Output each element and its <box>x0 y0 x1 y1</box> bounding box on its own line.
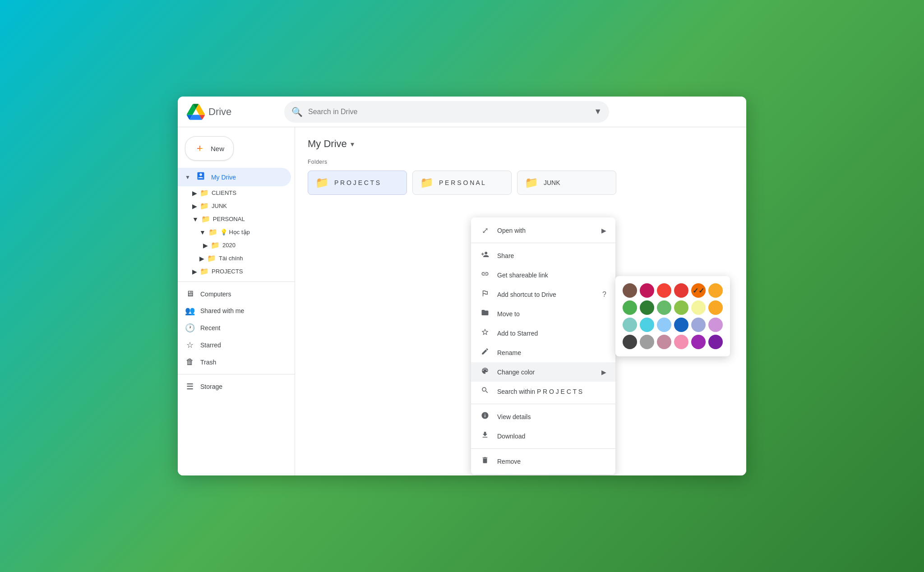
new-button-label: New <box>211 145 224 152</box>
change-color-label: Change color <box>497 369 594 376</box>
sidebar-item-trash[interactable]: 🗑 Trash <box>178 354 291 370</box>
star-icon <box>480 328 490 338</box>
color-swatch-blueberry[interactable] <box>674 318 688 332</box>
shared-icon: 👥 <box>185 306 195 316</box>
junk-chevron: ▶ <box>192 203 197 210</box>
menu-item-shareable-link[interactable]: Get shareable link <box>471 265 615 285</box>
shared-label: Shared with me <box>200 307 286 314</box>
hoc-tap-folder-icon: 📁 <box>208 228 217 236</box>
color-swatch-pineapple[interactable] <box>708 300 723 315</box>
color-swatch-sage[interactable] <box>623 300 637 315</box>
search-within-label: Search within P R O J E C T S <box>497 388 606 395</box>
projects-card-name: P R O J E C T S <box>334 179 380 186</box>
rename-label: Rename <box>497 349 606 356</box>
context-menu: ⤢ Open with ▶ Share Get s <box>471 217 615 475</box>
menu-item-remove[interactable]: Remove <box>471 452 615 471</box>
color-swatch-tomato[interactable] <box>657 283 671 298</box>
menu-item-share[interactable]: Share <box>471 246 615 265</box>
projects-label: PROJECTS <box>212 268 243 275</box>
folder-card-projects[interactable]: 📁 P R O J E C T S <box>308 171 407 195</box>
link-icon <box>480 270 490 280</box>
personal-label: PERSONAL <box>213 216 245 222</box>
projects-chevron: ▶ <box>192 268 197 275</box>
menu-item-add-shortcut[interactable]: Add shortcut to Drive ? <box>471 285 615 304</box>
tai-chinh-folder-icon: 📁 <box>207 254 216 263</box>
sidebar-item-my-drive[interactable]: ▼ My Drive <box>178 168 291 186</box>
info-icon <box>480 411 490 422</box>
color-swatch-cocoa[interactable] <box>623 283 637 298</box>
color-swatch-peacock[interactable] <box>657 300 671 315</box>
color-swatch-cherry-blossom[interactable] <box>674 335 688 349</box>
menu-item-open-with[interactable]: ⤢ Open with ▶ <box>471 221 615 240</box>
my-drive-dropdown[interactable]: ▾ <box>351 140 354 148</box>
my-drive-title: My Drive <box>308 138 347 150</box>
trash-label: Trash <box>200 359 286 366</box>
menu-item-search-within[interactable]: Search within P R O J E C T S <box>471 382 615 401</box>
color-swatch-rose[interactable] <box>640 283 654 298</box>
menu-item-view-details[interactable]: View details <box>471 407 615 426</box>
menu-item-add-starred[interactable]: Add to Starred <box>471 323 615 343</box>
app-window: Drive 🔍 ▼ New ▼ My Drive <box>178 97 746 475</box>
junk-card-icon: 📁 <box>525 176 538 189</box>
color-swatch-amethyst[interactable] <box>708 335 723 349</box>
shortcut-help-icon: ? <box>602 291 606 299</box>
personal-card-name: P E R S O N A L <box>439 179 485 186</box>
tree-item-clients[interactable]: ▶ 📁 CLIENTS <box>178 186 291 199</box>
color-swatch-flamingo[interactable] <box>674 283 688 298</box>
color-swatch-lavender[interactable] <box>691 318 706 332</box>
menu-item-download[interactable]: Download <box>471 426 615 446</box>
open-with-icon: ⤢ <box>480 226 490 235</box>
color-swatch-basil[interactable] <box>640 300 654 315</box>
color-swatch-grape[interactable] <box>691 335 706 349</box>
color-swatch-denim[interactable] <box>657 318 671 332</box>
tree-item-tai-chinh[interactable]: ▶ 📁 Tài chính <box>178 252 291 265</box>
color-swatch-birch[interactable] <box>640 335 654 349</box>
color-swatch-citron[interactable] <box>691 300 706 315</box>
search-icon: 🔍 <box>291 106 303 117</box>
tree-item-projects[interactable]: ▶ 📁 PROJECTS <box>178 265 291 278</box>
menu-item-change-color[interactable]: Change color ▶ <box>471 362 615 382</box>
color-swatch-eucalyptus[interactable] <box>674 300 688 315</box>
projects-card-icon: 📁 <box>315 176 329 189</box>
color-picker: ✓ <box>615 276 730 356</box>
junk-label: JUNK <box>212 203 227 209</box>
my-drive-chevron: ▼ <box>185 174 190 180</box>
move-icon <box>480 309 490 319</box>
search-dropdown-icon[interactable]: ▼ <box>594 107 602 116</box>
sidebar-item-starred[interactable]: ☆ Starred <box>178 337 291 354</box>
starred-icon: ☆ <box>185 340 195 350</box>
tree-item-personal[interactable]: ▼ 📁 PERSONAL <box>178 212 291 226</box>
open-with-label: Open with <box>497 227 594 234</box>
projects-folder-icon: 📁 <box>200 267 209 276</box>
personal-card-icon: 📁 <box>420 176 434 189</box>
color-swatch-seafoam[interactable] <box>623 318 637 332</box>
new-button[interactable]: New <box>185 136 234 161</box>
folders-grid: 📁 P R O J E C T S 📁 P E R S O N A L 📁 JU… <box>308 171 734 195</box>
tree-item-2020[interactable]: ▶ 📁 2020 <box>178 239 291 252</box>
menu-item-rename[interactable]: Rename <box>471 343 615 362</box>
search-bar[interactable]: 🔍 ▼ <box>284 101 609 123</box>
clients-chevron: ▶ <box>192 189 197 197</box>
color-swatch-radicchio[interactable] <box>657 335 671 349</box>
sidebar-item-shared[interactable]: 👥 Shared with me <box>178 302 291 319</box>
sidebar-item-computers[interactable]: 🖥 Computers <box>178 286 291 302</box>
sidebar-item-recent[interactable]: 🕐 Recent <box>178 319 291 337</box>
color-swatch-wisteria[interactable] <box>708 318 723 332</box>
color-swatch-tangerine[interactable]: ✓ <box>691 283 706 298</box>
view-details-label: View details <box>497 413 606 420</box>
color-icon <box>480 367 490 377</box>
tree-item-junk[interactable]: ▶ 📁 JUNK <box>178 199 291 212</box>
folder-card-junk[interactable]: 📁 JUNK <box>517 171 616 195</box>
clients-folder-icon: 📁 <box>200 189 209 197</box>
color-swatch-banana[interactable] <box>708 283 723 298</box>
tree-item-hoc-tap[interactable]: ▼ 📁 💡 Học tập <box>178 226 291 239</box>
plus-icon <box>194 143 205 154</box>
color-swatch-pool[interactable] <box>640 318 654 332</box>
search-input[interactable] <box>308 108 588 116</box>
folder-card-personal[interactable]: 📁 P E R S O N A L <box>412 171 512 195</box>
junk-folder-icon: 📁 <box>200 202 209 210</box>
my-drive-icon <box>196 171 206 183</box>
menu-item-move-to[interactable]: Move to <box>471 304 615 323</box>
color-swatch-graphite[interactable] <box>623 335 637 349</box>
sidebar-item-storage[interactable]: ☰ Storage <box>178 378 291 395</box>
